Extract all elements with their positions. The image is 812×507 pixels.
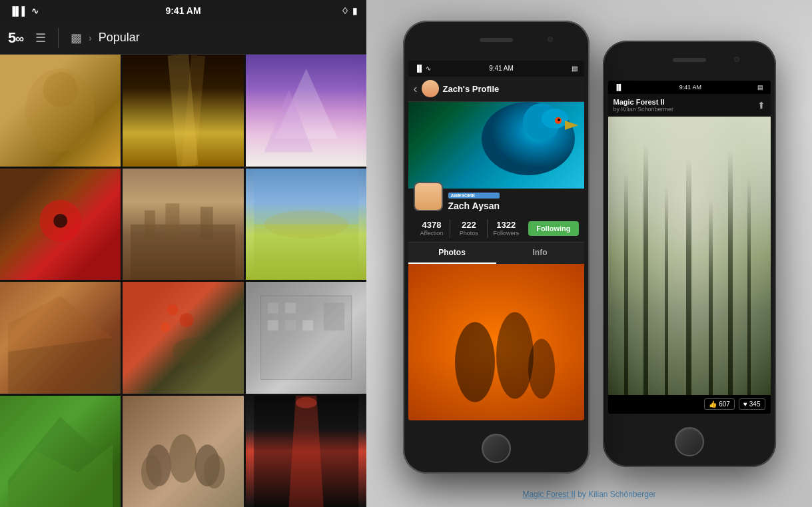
photo-cell-ladybug[interactable] [0, 169, 121, 280]
app-logo: 5∞ [8, 29, 23, 47]
profile-battery-icon: ▤ [572, 65, 578, 72]
photo-cell-mountain[interactable] [246, 55, 366, 167]
back-phone-screen: ▐▌ 9:41 AM ▤ Magic Forest II by Kilian S… [608, 81, 771, 414]
photo-nav-bar: Magic Forest II by Kilian Schonbermer ⬆ [608, 94, 771, 117]
heart-icon: ♥ [743, 400, 747, 408]
followers-number: 1322 [488, 220, 524, 230]
profile-time: 9:41 AM [489, 65, 514, 72]
wifi-icon: ∿ [31, 6, 39, 16]
front-phone-camera [548, 37, 553, 42]
profile-stats: 4378 Affection 222 Photos 1322 Followers [408, 215, 584, 243]
svg-point-7 [53, 214, 67, 228]
share-icon[interactable]: ⬆ [757, 100, 765, 111]
profile-info-row: AWESOME Zach Aysan [408, 189, 584, 215]
caption-link[interactable]: Magic Forest II [522, 490, 575, 499]
svg-point-14 [264, 210, 348, 238]
back-phone-home-button[interactable] [675, 427, 704, 456]
photo-cell-bird-berries[interactable] [123, 282, 243, 394]
photo-cell-forest-light[interactable] [123, 55, 243, 167]
status-right: ♢ ▮ [341, 6, 357, 16]
svg-point-38 [296, 397, 316, 408]
avatar-face [415, 183, 442, 210]
back-phone-speaker [673, 58, 706, 62]
svg-point-47 [528, 338, 555, 398]
stat-followers: 1322 Followers [488, 220, 524, 237]
tree-shapes [608, 117, 771, 395]
svg-point-34 [141, 454, 162, 489]
photo-main[interactable] [608, 117, 771, 395]
photo-subtitle: by Kilian Schonbermer [613, 106, 753, 113]
svg-point-1 [43, 72, 77, 107]
phone-front: ▐▌ ∿ 9:41 AM ▤ ‹ Zach's Profile [403, 21, 590, 474]
photo-cell-penguins[interactable] [123, 396, 243, 508]
svg-point-45 [455, 322, 495, 402]
svg-point-44 [558, 119, 560, 121]
photo-cell-hills[interactable] [0, 396, 121, 508]
likes-count: 607 [719, 400, 730, 408]
svg-point-35 [204, 453, 224, 488]
front-phone-speaker [480, 38, 513, 42]
photo-cell-building[interactable] [246, 282, 366, 394]
photo-view: ▐▌ 9:41 AM ▤ Magic Forest II by Kilian S… [608, 81, 771, 414]
svg-rect-23 [285, 302, 296, 313]
front-phone-home-button[interactable] [482, 434, 511, 463]
left-phone: ▐▌▌ ∿ 9:41 AM ♢ ▮ 5∞ ☰ ▩ › Popular [0, 0, 366, 507]
svg-rect-25 [268, 320, 278, 331]
profile-nav: ‹ Zach's Profile [408, 77, 584, 102]
svg-point-19 [161, 322, 171, 332]
tab-info[interactable]: Info [496, 243, 584, 264]
svg-rect-26 [285, 320, 296, 331]
caption-by: by [576, 490, 588, 499]
fog-figures-svg [408, 264, 584, 420]
photo-cell-cityscape[interactable] [123, 169, 243, 280]
hearts-count: 345 [749, 400, 761, 408]
photo-title: Magic Forest II [613, 98, 753, 106]
nav-bar: 5∞ ☰ ▩ › Popular [0, 21, 366, 55]
profile-nav-avatar [422, 80, 439, 97]
photo-cell-tunnel[interactable] [246, 396, 366, 508]
svg-rect-22 [268, 302, 278, 313]
svg-point-32 [169, 434, 197, 482]
caption-author: Kilian Schönberger [588, 490, 655, 499]
back-button[interactable]: ‹ [414, 82, 418, 96]
profile-avatar [414, 182, 443, 211]
awesome-badge: AWESOME [448, 193, 500, 199]
phones-container: ▐▌ 9:41 AM ▤ Magic Forest II by Kilian S… [403, 21, 776, 487]
likes-badge: 👍 607 [704, 398, 735, 410]
status-time: 9:41 AM [165, 5, 201, 16]
photo-cell-leopard[interactable] [0, 55, 121, 167]
menu-icon[interactable]: ☰ [35, 31, 46, 45]
tab-photos[interactable]: Photos [408, 243, 496, 264]
photo-bottom-bar: 👍 607 ♥ 345 [608, 395, 771, 414]
bird-svg [408, 102, 584, 189]
photo-title-col: Magic Forest II by Kilian Schonbermer [613, 98, 753, 113]
chevron-icon: › [89, 33, 92, 43]
profile-name: Zach Aysan [448, 201, 500, 211]
photo-status-battery: ▤ [757, 84, 763, 91]
svg-rect-24 [302, 302, 313, 313]
thumb-up-icon: 👍 [709, 400, 717, 408]
bluetooth-icon: ♢ [341, 6, 349, 16]
svg-point-17 [167, 304, 179, 316]
profile-nav-title: Zach's Profile [443, 84, 500, 94]
svg-point-41 [542, 109, 568, 129]
photos-number: 222 [450, 220, 487, 230]
stat-photos: 222 Photos [450, 220, 487, 237]
gallery-icon[interactable]: ▩ [71, 31, 82, 45]
followers-label: Followers [488, 230, 524, 237]
photo-cell-landscape[interactable] [0, 282, 121, 394]
signal-icon: ▐▌▌ [9, 6, 28, 16]
nav-title: Popular [99, 31, 140, 45]
photo-grid [0, 55, 366, 507]
battery-icon: ▮ [352, 6, 357, 16]
photos-label: Photos [450, 230, 487, 237]
svg-rect-9 [145, 210, 155, 238]
photo-cell-field[interactable] [246, 169, 366, 280]
following-button[interactable]: Following [528, 221, 578, 236]
svg-rect-28 [323, 302, 344, 330]
profile-photo-preview[interactable] [408, 264, 584, 420]
profile-screen: ▐▌ ∿ 9:41 AM ▤ ‹ Zach's Profile [408, 61, 584, 420]
photo-status-signal: ▐▌ [615, 84, 623, 91]
svg-rect-10 [166, 203, 180, 238]
hearts-badge: ♥ 345 [739, 398, 765, 410]
